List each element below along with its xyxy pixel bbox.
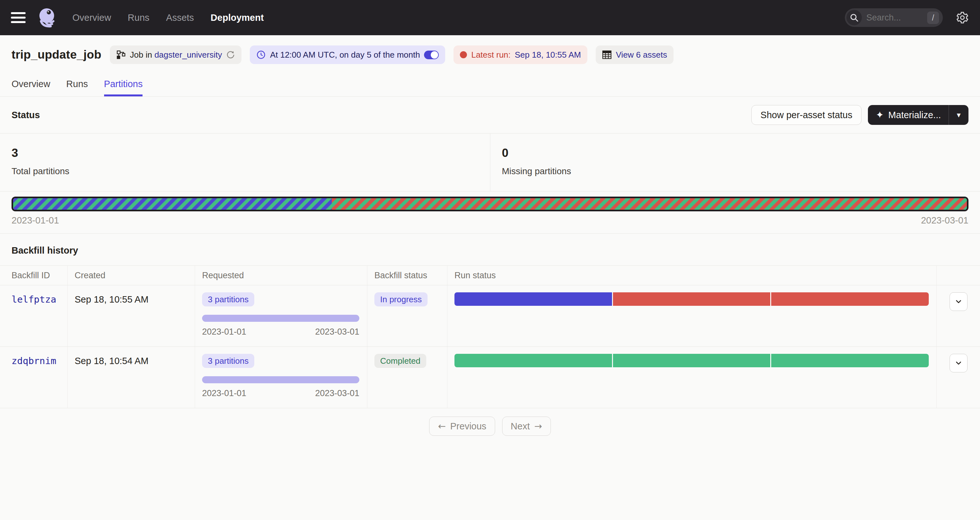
run-status-cell (447, 347, 937, 408)
show-per-asset-status-button[interactable]: Show per-asset status (751, 105, 862, 125)
pagination: ← Previous Next → (0, 408, 980, 444)
partitions-count-pill[interactable]: 3 partitions (202, 354, 254, 368)
chevron-down-icon (955, 297, 963, 306)
status-section-header: Status Show per-asset status ✦ Materiali… (0, 97, 980, 133)
missing-partitions-panel: 0 Missing partitions (490, 134, 980, 191)
col-backfill-id: Backfill ID (0, 266, 68, 285)
total-partitions-label: Total partitions (11, 166, 479, 177)
tab-partitions[interactable]: Partitions (104, 79, 143, 96)
created-cell: Sep 18, 10:54 AM (68, 347, 195, 408)
run-status-cell (447, 285, 937, 347)
job-in-label: Job in (130, 50, 152, 60)
run-segment[interactable] (771, 293, 929, 306)
requested-cell: 3 partitions 2023-01-01 2023-03-01 (195, 347, 368, 408)
run-status-bar[interactable] (455, 293, 929, 306)
assets-grid-icon (602, 50, 612, 59)
view-assets-link[interactable]: View 6 assets (616, 50, 667, 60)
created-cell: Sep 18, 10:55 AM (68, 285, 195, 347)
arrow-left-icon: ← (438, 421, 445, 432)
partition-bar-segment-failed[interactable] (332, 198, 967, 210)
repo-link[interactable]: dagster_university (154, 50, 222, 60)
col-requested: Requested (195, 266, 368, 285)
total-partitions-panel: 3 Total partitions (0, 134, 490, 191)
requested-range-bar (202, 376, 360, 383)
requested-range-bar (202, 315, 360, 322)
schedule-tag: At 12:00 AM UTC, on day 5 of the month (250, 46, 445, 64)
col-backfill-status: Backfill status (368, 266, 447, 285)
schedule-toggle[interactable] (424, 51, 439, 59)
missing-partitions-value: 0 (502, 146, 969, 160)
nav-item-assets[interactable]: Assets (166, 13, 194, 23)
tab-runs[interactable]: Runs (66, 79, 88, 96)
materialize-split-button: ✦ Materialize... ▾ (868, 105, 969, 125)
global-search[interactable]: / (845, 8, 943, 27)
previous-page-button[interactable]: ← Previous (429, 417, 495, 436)
expand-row-button[interactable] (950, 354, 967, 372)
run-segment[interactable] (613, 293, 770, 306)
total-partitions-value: 3 (11, 146, 479, 160)
latest-run-tag: Latest run: Sep 18, 10:55 AM (453, 46, 587, 64)
chevron-down-icon (955, 359, 963, 367)
materialize-dropdown-button[interactable]: ▾ (949, 105, 969, 125)
run-status-dot-icon (460, 51, 467, 58)
search-icon (846, 10, 862, 25)
status-heading: Status (11, 110, 40, 120)
table-row: lelfptza Sep 18, 10:55 AM 3 partitions 2… (0, 285, 980, 347)
backfill-id-link[interactable]: lelfptza (11, 294, 56, 305)
backfill-status-badge: Completed (374, 354, 426, 368)
partition-status-bar[interactable] (11, 197, 969, 211)
run-segment[interactable] (771, 354, 929, 367)
col-expand (937, 266, 980, 285)
job-graph-icon (116, 50, 126, 60)
clock-icon (256, 50, 266, 60)
search-input[interactable] (866, 13, 927, 23)
run-segment[interactable] (613, 354, 770, 367)
requested-cell: 3 partitions 2023-01-01 2023-03-01 (195, 285, 368, 347)
partition-status-section: 2023-01-01 2023-03-01 (0, 191, 980, 234)
expand-row-button[interactable] (950, 293, 967, 311)
caret-down-icon: ▾ (957, 110, 961, 119)
run-segment[interactable] (455, 293, 612, 306)
col-run-status: Run status (447, 266, 937, 285)
schedule-label: At 12:00 AM UTC, on day 5 of the month (270, 50, 420, 60)
requested-end-date: 2023-03-01 (315, 327, 360, 337)
backfill-id-link[interactable]: zdqbrnim (11, 355, 56, 366)
partition-bar-segment-inprogress[interactable] (13, 198, 332, 210)
page-title: trip_update_job (11, 48, 102, 62)
partition-range-end: 2023-03-01 (921, 215, 969, 226)
run-status-bar[interactable] (455, 354, 929, 367)
top-navigation-bar: Overview Runs Assets Deployment / (0, 0, 980, 35)
dagster-logo-icon[interactable] (37, 7, 58, 28)
materialize-button[interactable]: ✦ Materialize... (868, 105, 949, 125)
job-tabs: Overview Runs Partitions (0, 79, 980, 97)
requested-start-date: 2023-01-01 (202, 388, 246, 398)
next-page-button[interactable]: Next → (502, 417, 551, 436)
run-segment[interactable] (455, 354, 612, 367)
primary-nav: Overview Runs Assets Deployment (72, 13, 264, 23)
table-row: zdqbrnim Sep 18, 10:54 AM 3 partitions 2… (0, 347, 980, 408)
nav-item-overview[interactable]: Overview (72, 13, 111, 23)
partitions-count-pill[interactable]: 3 partitions (202, 293, 254, 307)
view-assets-tag: View 6 assets (596, 46, 673, 64)
search-shortcut-badge: / (927, 11, 939, 24)
missing-partitions-label: Missing partitions (502, 166, 969, 177)
nav-item-deployment[interactable]: Deployment (211, 13, 264, 23)
requested-end-date: 2023-03-01 (315, 388, 360, 398)
sparkle-icon: ✦ (876, 110, 884, 120)
gear-icon[interactable] (956, 11, 969, 24)
arrow-right-icon: → (534, 421, 542, 432)
job-location-tag: Job in dagster_university (110, 46, 242, 64)
partition-range-start: 2023-01-01 (11, 215, 59, 226)
hamburger-menu-icon[interactable] (11, 12, 25, 23)
nav-item-runs[interactable]: Runs (128, 13, 150, 23)
requested-start-date: 2023-01-01 (202, 327, 246, 337)
job-header: trip_update_job Job in dagster_universit… (0, 35, 980, 97)
backfill-status-badge: In progress (374, 293, 428, 307)
backfill-history-heading: Backfill history (0, 234, 980, 266)
col-created: Created (68, 266, 195, 285)
partition-counts: 3 Total partitions 0 Missing partitions (0, 133, 980, 191)
latest-run-label: Latest run: (471, 50, 511, 60)
latest-run-link[interactable]: Sep 18, 10:55 AM (515, 50, 581, 60)
refresh-icon[interactable] (226, 50, 235, 59)
tab-overview[interactable]: Overview (11, 79, 50, 96)
